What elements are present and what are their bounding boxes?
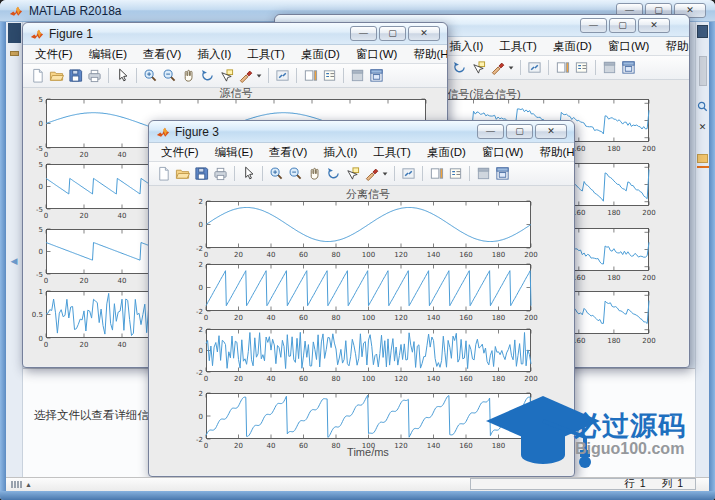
minimize-button[interactable]: — [580, 18, 607, 33]
pan-hand-icon[interactable] [179, 67, 198, 85]
figure1-titlebar[interactable]: Figure 1 —▢✕ [23, 23, 447, 45]
zoom-out-icon[interactable] [160, 67, 179, 85]
search-icon[interactable] [697, 98, 708, 116]
svg-text:-2: -2 [196, 245, 203, 253]
brush-icon[interactable] [236, 67, 255, 85]
brush-icon[interactable] [362, 165, 381, 183]
maximize-button[interactable]: ▢ [506, 124, 533, 139]
link-plot-icon[interactable] [273, 67, 292, 85]
folder-icon[interactable] [10, 51, 19, 56]
caret-down-icon[interactable] [507, 59, 516, 77]
menu-item[interactable]: 查看(V) [261, 144, 315, 161]
menu-item[interactable]: 编辑(E) [207, 144, 261, 161]
svg-text:0: 0 [44, 277, 48, 285]
menu-item[interactable]: 文件(F) [27, 46, 81, 63]
minimized-panel-icon[interactable] [697, 154, 708, 163]
colorbar-icon[interactable] [301, 67, 320, 85]
print-icon[interactable] [211, 165, 230, 183]
menu-item[interactable]: 编辑(E) [81, 46, 135, 63]
menu-item[interactable]: 窗口(W) [474, 144, 532, 161]
save-icon[interactable] [192, 165, 211, 183]
caret-down-icon[interactable] [255, 67, 264, 85]
scrollbar-thumb[interactable] [699, 56, 707, 86]
legend-icon[interactable] [446, 165, 465, 183]
menu-item[interactable]: 查看(V) [135, 46, 189, 63]
hide-tools-icon[interactable] [600, 59, 619, 77]
colorbar-icon[interactable] [427, 165, 446, 183]
toolstrip-tab-icon[interactable] [8, 23, 21, 43]
dock-figure-icon[interactable] [367, 67, 386, 85]
window-border-left [0, 22, 6, 500]
svg-text:-5: -5 [36, 271, 43, 279]
menu-item[interactable]: 工具(T) [365, 144, 419, 161]
minimize-button[interactable]: — [477, 124, 504, 139]
figure3-titlebar[interactable]: Figure 3 —▢✕ [149, 121, 574, 143]
rotate-3d-icon[interactable] [198, 67, 217, 85]
brush-icon[interactable] [488, 59, 507, 77]
minimize-button[interactable]: — [350, 26, 377, 41]
zoom-out-icon[interactable] [286, 165, 305, 183]
close-button[interactable]: ✕ [638, 18, 670, 33]
data-cursor-icon[interactable] [343, 165, 362, 183]
menu-item[interactable]: 插入(I) [189, 46, 239, 63]
menu-item[interactable]: 工具(T) [491, 38, 545, 55]
menu-item[interactable]: 帮助(H) [405, 46, 447, 63]
close-button[interactable]: ✕ [408, 26, 440, 41]
menu-item[interactable]: 文件(F) [153, 144, 207, 161]
caret-down-icon[interactable] [381, 165, 390, 183]
colorbar-icon[interactable] [553, 59, 572, 77]
save-icon[interactable] [66, 67, 85, 85]
close-icon[interactable]: ✕ [699, 122, 707, 132]
svg-text:5: 5 [39, 96, 43, 104]
panel-tab-icon[interactable] [697, 25, 708, 38]
svg-text:0: 0 [199, 284, 203, 292]
svg-text:160: 160 [459, 251, 472, 259]
new-doc-icon[interactable] [28, 67, 47, 85]
open-folder-icon[interactable] [173, 165, 192, 183]
svg-text:40: 40 [267, 442, 276, 450]
link-plot-icon[interactable] [399, 165, 418, 183]
rotate-3d-icon[interactable] [324, 165, 343, 183]
menu-item[interactable]: 插入(I) [315, 144, 365, 161]
svg-text:40: 40 [267, 314, 276, 322]
hide-tools-icon[interactable] [474, 165, 493, 183]
hide-tools-icon[interactable] [348, 67, 367, 85]
menu-item[interactable]: 桌面(D) [419, 144, 474, 161]
svg-text:140: 140 [427, 442, 440, 450]
data-cursor-icon[interactable] [469, 59, 488, 77]
svg-text:-5: -5 [36, 145, 43, 153]
open-folder-icon[interactable] [47, 67, 66, 85]
menu-item[interactable]: 帮助(H) [657, 38, 689, 55]
svg-text:0: 0 [44, 341, 48, 349]
svg-text:180: 180 [492, 314, 505, 322]
zoom-in-icon[interactable] [141, 67, 160, 85]
toolbar-separator [262, 166, 263, 181]
toolbar-separator [108, 68, 109, 83]
menu-item[interactable]: 桌面(D) [293, 46, 348, 63]
rotate-3d-icon[interactable] [450, 59, 469, 77]
maximize-button[interactable]: ▢ [379, 26, 406, 41]
data-cursor-icon[interactable] [217, 67, 236, 85]
maximize-button[interactable]: ▢ [609, 18, 636, 33]
menu-item[interactable]: 插入(I) [441, 38, 491, 55]
menu-item[interactable]: 桌面(D) [545, 38, 600, 55]
pan-hand-icon[interactable] [305, 165, 324, 183]
menu-item[interactable]: 工具(T) [239, 46, 293, 63]
legend-icon[interactable] [572, 59, 591, 77]
statusbar-columns-icon[interactable]: ▲ [11, 481, 32, 488]
new-doc-icon[interactable] [154, 165, 173, 183]
menu-item[interactable]: 帮助(H) [531, 144, 574, 161]
zoom-in-icon[interactable] [267, 165, 286, 183]
dock-figure-icon[interactable] [493, 165, 512, 183]
legend-icon[interactable] [320, 67, 339, 85]
menu-item[interactable]: 窗口(W) [348, 46, 406, 63]
close-button[interactable]: ✕ [535, 124, 567, 139]
collapse-panel-icon[interactable]: ◀ [6, 256, 22, 266]
edit-cursor-icon[interactable] [113, 67, 132, 85]
print-icon[interactable] [85, 67, 104, 85]
link-plot-icon[interactable] [525, 59, 544, 77]
svg-text:1: 1 [39, 288, 43, 296]
menu-item[interactable]: 窗口(W) [600, 38, 658, 55]
dock-figure-icon[interactable] [619, 59, 638, 77]
edit-cursor-icon[interactable] [239, 165, 258, 183]
